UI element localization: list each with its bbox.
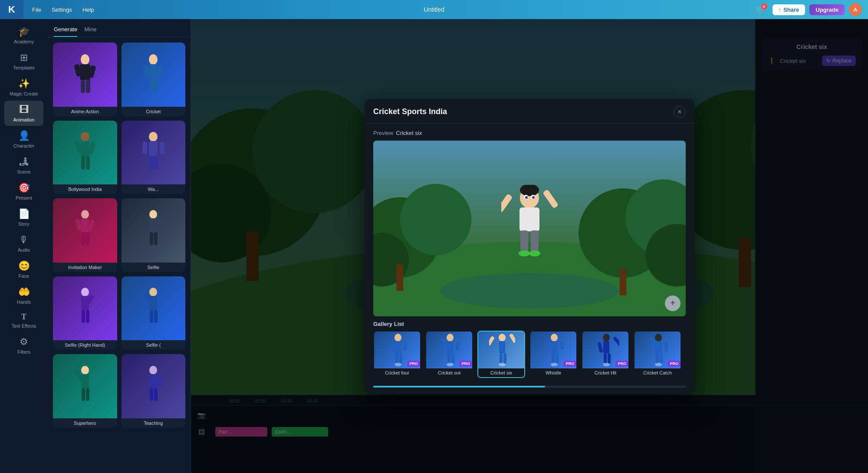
- help-menu[interactable]: Help: [78, 5, 99, 15]
- svg-rect-20: [142, 142, 147, 154]
- settings-menu[interactable]: Settings: [47, 5, 76, 15]
- sidebar-item-present[interactable]: 🎯 Present: [4, 179, 43, 204]
- app-logo[interactable]: K: [0, 0, 23, 19]
- gallery-scrollbar[interactable]: [373, 386, 686, 388]
- share-icon: ↑: [779, 7, 782, 13]
- story-icon: 📄: [18, 208, 30, 220]
- share-button[interactable]: ↑ Share: [773, 4, 806, 15]
- sidebar-item-scene[interactable]: 🏞 Scene: [4, 153, 43, 178]
- panel-card-invitation[interactable]: Invitation Maker: [53, 198, 117, 272]
- sidebar-item-character[interactable]: 👤 Character: [4, 127, 43, 152]
- svg-point-30: [149, 210, 157, 219]
- svg-rect-85: [542, 189, 558, 209]
- svg-rect-74: [396, 264, 403, 291]
- sidebar-item-face[interactable]: 😊 Face: [4, 257, 43, 282]
- sidebar-item-audio[interactable]: 🎙 Audio: [4, 231, 43, 256]
- svg-rect-5: [86, 80, 90, 93]
- panel-card-bollywood[interactable]: Bollywood India: [53, 121, 117, 194]
- svg-rect-92: [389, 342, 396, 351]
- gallery-scrollbar-thumb: [373, 386, 545, 388]
- gallery-item-whistle[interactable]: PRO Whistle: [529, 331, 577, 378]
- svg-point-88: [525, 196, 528, 199]
- tab-mine[interactable]: Mine: [84, 23, 96, 37]
- svg-point-90: [395, 334, 401, 342]
- gallery-item-img-cricket-six: [478, 332, 525, 368]
- gallery-item-cricket-catch[interactable]: PRO Cricket Catch: [634, 331, 681, 378]
- svg-rect-22: [149, 156, 153, 170]
- panel-card-anime-action[interactable]: Anime Action: [53, 43, 117, 116]
- svg-rect-9: [157, 66, 164, 78]
- sidebar-item-story[interactable]: 📄 Story: [4, 205, 43, 230]
- svg-rect-108: [500, 353, 503, 364]
- gallery-item-cricket-four[interactable]: PRO Cricket four: [373, 331, 421, 378]
- modal-body: Preview Cricket six: [365, 124, 694, 394]
- sidebar-item-filters[interactable]: ⚙ Filters: [4, 333, 43, 358]
- file-menu[interactable]: File: [28, 5, 46, 15]
- svg-rect-21: [160, 142, 164, 154]
- svg-point-118: [603, 334, 610, 342]
- panel-card-selfie-right[interactable]: Selfie (Right Hand): [53, 276, 117, 350]
- face-icon: 😊: [18, 260, 30, 272]
- svg-rect-109: [503, 353, 506, 364]
- sidebar-item-animation[interactable]: 🎞 Animation: [4, 101, 43, 126]
- modal-close-button[interactable]: ×: [674, 106, 686, 118]
- svg-point-110: [499, 363, 506, 366]
- svg-point-117: [551, 363, 558, 366]
- sidebar-item-academy[interactable]: 🎓 Academy: [4, 23, 43, 48]
- panel-card-cricket[interactable]: Cricket: [122, 43, 186, 116]
- svg-rect-128: [664, 342, 668, 351]
- svg-rect-29: [86, 232, 89, 245]
- preview-sublabel: Cricket six: [396, 130, 422, 136]
- document-title: Untitled: [424, 6, 444, 13]
- panel-card-wa[interactable]: Wa...: [122, 121, 186, 194]
- gallery-label: Gallery List: [373, 321, 686, 327]
- svg-rect-19: [149, 141, 158, 156]
- user-avatar[interactable]: A: [849, 3, 862, 16]
- svg-rect-121: [613, 336, 619, 348]
- svg-rect-26: [75, 218, 82, 230]
- panel-tabs: Generate Mine: [48, 19, 191, 37]
- svg-rect-79: [519, 207, 539, 231]
- pro-badge-cricket-out: PRO: [459, 361, 472, 367]
- preview-add-button[interactable]: +: [665, 296, 681, 311]
- card-img-selfie: [122, 198, 186, 263]
- sidebar-item-magic-create[interactable]: ✨ Magic Create: [4, 75, 43, 100]
- svg-rect-75: [620, 269, 626, 296]
- magic-create-icon: ✨: [18, 78, 30, 89]
- svg-rect-101: [447, 353, 450, 364]
- svg-point-12: [81, 132, 89, 141]
- gallery-item-cricket-out[interactable]: PRO Cricket out: [425, 331, 473, 378]
- svg-rect-113: [546, 342, 550, 351]
- svg-rect-102: [451, 353, 454, 364]
- gallery-item-img-cricket-four: PRO: [374, 332, 421, 368]
- svg-point-50: [149, 366, 157, 374]
- sidebar-item-hands[interactable]: 🤲 Hands: [4, 283, 43, 308]
- svg-rect-28: [82, 232, 85, 245]
- svg-point-104: [499, 334, 506, 342]
- pro-badge-whistle: PRO: [563, 361, 576, 367]
- svg-rect-98: [447, 341, 453, 353]
- card-label-cricket: Cricket: [122, 107, 186, 116]
- svg-rect-114: [559, 341, 564, 350]
- panel-card-selfie2[interactable]: Selfie (: [122, 276, 186, 350]
- svg-rect-116: [556, 353, 559, 364]
- panel-card-teaching[interactable]: Teaching: [122, 354, 186, 428]
- gallery-item-label-cricket-catch: Cricket Catch: [635, 368, 681, 377]
- svg-rect-1: [80, 64, 90, 80]
- svg-rect-120: [597, 342, 603, 353]
- gallery-item-cricket-six[interactable]: Cricket six: [477, 331, 525, 378]
- gallery-item-label-cricket-four: Cricket four: [374, 368, 420, 377]
- sidebar-item-templates[interactable]: ⊞ Templates: [4, 49, 43, 74]
- svg-rect-54: [154, 388, 158, 401]
- svg-rect-129: [656, 353, 659, 364]
- tab-generate[interactable]: Generate: [54, 23, 77, 37]
- svg-rect-31: [149, 218, 157, 232]
- upgrade-button[interactable]: Upgrade: [809, 4, 845, 15]
- panel-card-superhero[interactable]: Superhero: [53, 354, 117, 428]
- sidebar-item-text-effects[interactable]: T Text Effects: [4, 309, 43, 332]
- gallery-item-cricket-hit[interactable]: PRO Cricket Hit: [582, 331, 629, 378]
- cart-button[interactable]: 🛒 0: [754, 3, 768, 16]
- svg-rect-23: [154, 156, 158, 170]
- panel-card-selfie[interactable]: Selfie: [122, 198, 186, 272]
- svg-rect-4: [81, 80, 85, 93]
